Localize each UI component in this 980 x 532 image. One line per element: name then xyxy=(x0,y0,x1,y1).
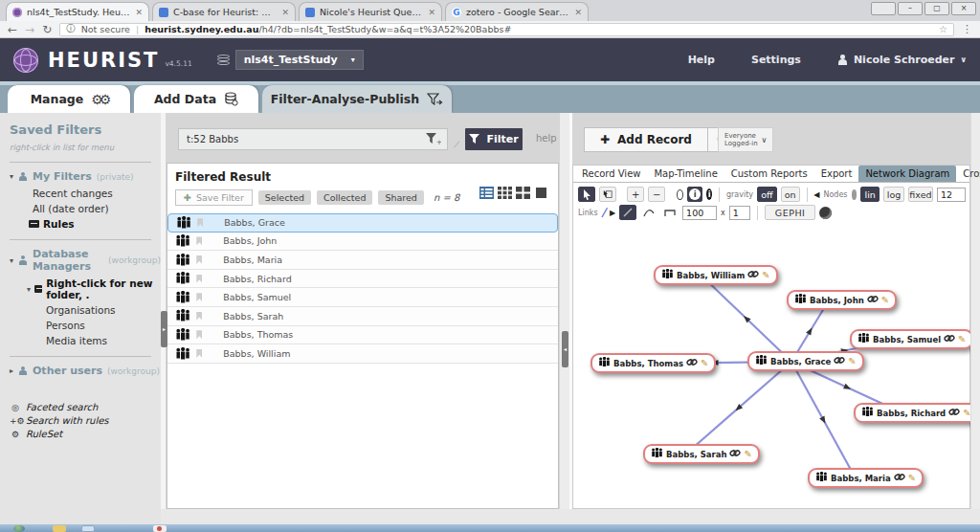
tab-crosstabs[interactable]: Crosstabs xyxy=(956,166,980,182)
sidebar-item-persons[interactable]: Persons xyxy=(46,320,161,331)
sidebar-section-database-managers[interactable]: ▾ Database Managers (workgroup) xyxy=(10,248,161,273)
forward-icon[interactable]: → xyxy=(25,22,34,37)
edit-pencil-icon[interactable]: ✎ xyxy=(701,360,708,367)
bookmark-icon[interactable] xyxy=(196,330,202,339)
edit-pencil-icon[interactable]: ✎ xyxy=(908,475,916,482)
help-link[interactable]: help xyxy=(536,133,557,144)
sidebar-item-media-items[interactable]: Media items xyxy=(46,335,161,346)
tab-network-diagram[interactable]: Network Diagram xyxy=(858,166,956,182)
tab-map-timeline[interactable]: Map-Timeline xyxy=(647,166,724,182)
bookmark-icon[interactable] xyxy=(196,255,202,264)
sidebar-folder[interactable]: ▾ Right-click for new folder, . xyxy=(27,277,161,300)
bookmark-icon[interactable] xyxy=(196,312,202,321)
sidebar-link-faceted-search[interactable]: ◎Faceted search xyxy=(10,402,161,412)
list-view-icon[interactable] xyxy=(479,187,494,199)
sidebar-item-all-date-order[interactable]: All (date order) xyxy=(33,203,161,214)
small-grid-view-icon[interactable] xyxy=(498,187,512,199)
link-icon[interactable] xyxy=(686,358,698,368)
edit-pencil-icon[interactable]: ✎ xyxy=(963,410,970,417)
result-row[interactable]: Babbs, Maria xyxy=(167,251,558,270)
funnel-add-icon[interactable]: + xyxy=(425,132,441,146)
filter-query-input[interactable]: t:52 Babbs xyxy=(178,128,448,150)
bookmark-icon[interactable] xyxy=(196,275,202,283)
add-record-button[interactable]: ✚ Add Record xyxy=(584,127,708,152)
resize-handle-icon[interactable]: ⟋ xyxy=(454,140,459,150)
result-row[interactable]: Babbs, Sarah xyxy=(167,307,558,326)
panel-divider[interactable]: ◂ xyxy=(560,113,572,509)
bookmark-icon[interactable] xyxy=(196,293,202,301)
bookmark-icon[interactable] xyxy=(196,236,202,245)
back-icon[interactable]: ← xyxy=(8,22,17,37)
tab-custom-reports[interactable]: Custom Reports xyxy=(724,166,814,182)
link-icon[interactable] xyxy=(729,449,741,459)
tab-close-icon[interactable]: ✕ xyxy=(281,8,289,17)
edit-pencil-icon[interactable]: ✎ xyxy=(744,451,751,458)
result-row[interactable]: Babbs, Grace xyxy=(167,213,558,233)
result-row[interactable]: Babbs, John xyxy=(167,233,558,252)
close-button[interactable]: × xyxy=(951,2,976,15)
maximize-button[interactable]: ▢ xyxy=(924,2,949,15)
browser-tab-1[interactable]: nls4t_TestStudy. Heurist ✕ xyxy=(6,2,149,21)
sidebar-section-other-users[interactable]: ▸ Other users (workgroup) xyxy=(10,365,161,377)
profile-button[interactable] xyxy=(871,2,896,15)
tab-close-icon[interactable]: ✕ xyxy=(135,8,143,17)
info-icon[interactable]: ⓘ xyxy=(66,23,76,35)
network-node[interactable]: Babbs, Thomas✎ xyxy=(590,353,716,373)
network-node[interactable]: Babbs, Samuel✎ xyxy=(850,329,970,349)
tab-close-icon[interactable]: ✕ xyxy=(428,8,435,17)
network-node[interactable]: Babbs, Maria✎ xyxy=(808,468,924,488)
help-link[interactable]: Help xyxy=(688,54,715,66)
edit-pencil-icon[interactable]: ✎ xyxy=(881,297,889,304)
edit-pencil-icon[interactable]: ✎ xyxy=(848,358,856,366)
sidebar-item-organisations[interactable]: Organisations xyxy=(46,304,161,316)
database-selector[interactable]: nls4t_TestStudy▾ xyxy=(235,50,364,70)
settings-link[interactable]: Settings xyxy=(751,54,801,66)
sidebar-link-search-with-rules[interactable]: +⚙Search with rules xyxy=(10,415,161,426)
visibility-dropdown[interactable]: EveryoneLogged-in ∨ xyxy=(718,127,773,152)
filter-button[interactable]: Filter xyxy=(465,128,523,150)
start-orb-icon[interactable] xyxy=(13,525,25,532)
browser-menu-icon[interactable]: ⋮ xyxy=(962,23,972,35)
result-row[interactable]: Babbs, William xyxy=(167,344,558,364)
divider-drag-handle[interactable]: ◂ xyxy=(562,331,568,367)
browser-tab-4[interactable]: G zotero - Google Search ✕ xyxy=(445,2,589,21)
tab-add-data[interactable]: Add Data xyxy=(134,85,258,113)
divider-drag-handle[interactable]: ▸ xyxy=(161,311,167,347)
selected-button[interactable]: Selected xyxy=(258,190,311,205)
browser-tab-2[interactable]: C-base for Heurist: User ✕ xyxy=(152,2,296,21)
tab-export[interactable]: Export xyxy=(814,166,859,182)
sidebar-item-recent-changes[interactable]: Recent changes xyxy=(33,188,161,199)
user-menu[interactable]: Nicole Schroeder ∨ xyxy=(837,54,967,66)
bookmark-star-icon[interactable]: ☆ xyxy=(939,24,947,34)
edit-pencil-icon[interactable]: ✎ xyxy=(958,336,966,344)
link-icon[interactable] xyxy=(894,473,905,483)
network-canvas[interactable]: Babbs, William✎Babbs, John✎Babbs, Samuel… xyxy=(573,183,970,510)
result-row[interactable]: Babbs, Richard xyxy=(167,270,558,289)
link-icon[interactable] xyxy=(747,270,759,280)
sidebar-link-ruleset[interactable]: ⚙RuleSet xyxy=(10,429,161,439)
result-row[interactable]: Babbs, Samuel xyxy=(167,288,558,307)
browser-tab-3[interactable]: Nicole's Heurist Question ✕ xyxy=(299,2,442,21)
link-icon[interactable] xyxy=(834,356,845,366)
reload-icon[interactable]: ↻ xyxy=(42,22,52,37)
network-node[interactable]: Babbs, John✎ xyxy=(787,290,897,310)
network-node[interactable]: Babbs, Richard✎ xyxy=(854,403,970,423)
link-icon[interactable] xyxy=(948,408,960,418)
tab-filter-analyse-publish[interactable]: Filter-Analyse-Publish xyxy=(262,85,452,113)
taskbar-app-icon[interactable] xyxy=(81,525,95,532)
result-row[interactable]: Babbs, Thomas xyxy=(167,326,558,345)
network-node[interactable]: Babbs, Grace✎ xyxy=(747,351,864,371)
tab-record-view[interactable]: Record View xyxy=(575,166,647,182)
single-view-icon[interactable] xyxy=(534,187,548,199)
network-node[interactable]: Babbs, Sarah✎ xyxy=(643,444,760,464)
sidebar-section-my-filters[interactable]: ▾ My Filters (private) xyxy=(10,170,161,183)
minimize-button[interactable]: – xyxy=(898,2,923,15)
tab-close-icon[interactable]: ✕ xyxy=(574,8,582,17)
save-filter-button[interactable]: ✚Save Filter xyxy=(175,189,253,206)
link-icon[interactable] xyxy=(944,334,955,344)
link-icon[interactable] xyxy=(867,295,879,305)
sidebar-item-rules[interactable]: Rules xyxy=(29,218,161,230)
taskbar-app-icon[interactable] xyxy=(153,525,167,532)
url-bar[interactable]: ⓘ Not secure | heurist.sydney.edu.au/h4/… xyxy=(59,23,954,36)
network-node[interactable]: Babbs, William✎ xyxy=(654,265,778,285)
